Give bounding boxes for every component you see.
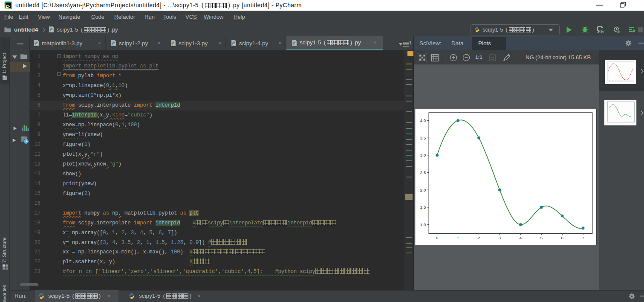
svg-text:1.5: 1.5	[420, 205, 426, 209]
svg-text:2.5: 2.5	[420, 170, 426, 175]
svg-text:2.0: 2.0	[420, 188, 426, 192]
svg-text:3.5: 3.5	[420, 136, 426, 140]
svg-text:3.0: 3.0	[420, 153, 426, 157]
svg-text:2: 2	[478, 235, 480, 240]
svg-text:5: 5	[540, 235, 543, 240]
svg-text:1.0: 1.0	[420, 222, 426, 227]
svg-text:7: 7	[582, 235, 584, 240]
svg-text:4: 4	[520, 235, 522, 240]
svg-text:0: 0	[436, 235, 439, 240]
svg-text:PC: PC	[6, 4, 11, 8]
svg-text:3: 3	[499, 235, 501, 240]
svg-text:6: 6	[561, 235, 563, 240]
svg-text:1: 1	[457, 235, 459, 240]
svg-text:4.0: 4.0	[420, 118, 426, 123]
